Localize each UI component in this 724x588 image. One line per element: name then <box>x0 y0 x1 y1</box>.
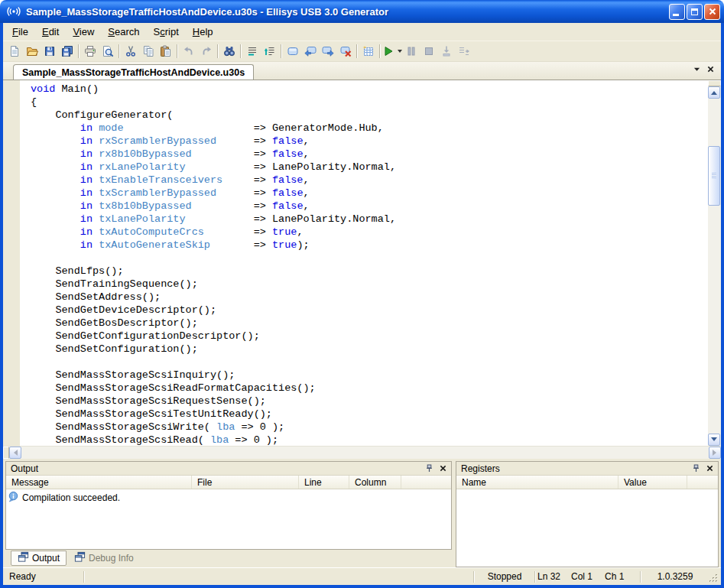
code-line: SendTrainingSequence(); <box>31 278 708 291</box>
column-header-filler <box>687 476 718 489</box>
window-stack-icon <box>18 551 29 565</box>
open-button[interactable] <box>23 43 41 60</box>
document-tab-label: Sample_MassStorageTrafficHostAndDevice.u… <box>22 67 245 78</box>
column-header-line[interactable]: Line <box>299 476 349 489</box>
output-pin-button[interactable] <box>423 463 435 474</box>
status-separator <box>83 571 85 583</box>
menu-edit[interactable]: Edit <box>35 24 66 40</box>
arrow-down-icon <box>711 437 717 444</box>
info-icon <box>8 491 19 505</box>
split-handle-horizontal[interactable] <box>3 447 9 459</box>
registers-panel-titlebar[interactable]: Registers <box>456 462 718 476</box>
toolbar-separator <box>240 44 241 58</box>
copy-button[interactable] <box>139 43 157 60</box>
print-preview-icon <box>102 45 114 57</box>
vertical-scroll-thumb[interactable] <box>708 146 720 206</box>
find-button[interactable] <box>220 43 238 60</box>
status-line: Ln 32 <box>537 571 571 582</box>
docked-panels: Output MessageFileLineColumn Compilation… <box>3 459 721 567</box>
new-icon <box>8 45 21 57</box>
column-header-name[interactable]: Name <box>456 476 618 489</box>
panel-tab-output[interactable]: Output <box>11 551 67 566</box>
window-stack-icon <box>74 551 86 565</box>
previous-bookmark-button[interactable] <box>301 43 319 60</box>
code-line: in txAutoComputeCrcs => true, <box>31 226 708 239</box>
status-char: Ch 1 <box>605 571 638 582</box>
registers-panel: Registers NameValue <box>456 461 719 567</box>
uncomment-button[interactable] <box>261 43 278 60</box>
column-header-file[interactable]: File <box>192 476 299 489</box>
registers-close-button[interactable] <box>703 463 716 474</box>
code-line: SendSetAddress(); <box>31 291 708 304</box>
titlebar[interactable]: Sample_MassStorageTrafficHostAndDevice.u… <box>0 0 724 23</box>
statusbar: Ready Stopped Ln 32 Col 1 Ch 1 1.0.3259 <box>3 567 721 585</box>
horizontal-scrollbar[interactable] <box>3 446 721 459</box>
column-header-value[interactable]: Value <box>618 476 687 489</box>
vertical-scrollbar[interactable] <box>708 80 721 446</box>
output-close-button[interactable] <box>437 463 449 474</box>
cut-icon <box>125 45 137 57</box>
scroll-down-button[interactable] <box>708 434 720 446</box>
column-header-message[interactable]: Message <box>6 476 192 489</box>
code-line: SendMassStorageScsiWrite( lba => 0 ); <box>31 421 708 434</box>
menu-help[interactable]: Help <box>186 24 220 40</box>
toolbar-separator <box>119 44 119 58</box>
document-tab[interactable]: Sample_MassStorageTrafficHostAndDevice.u… <box>13 64 254 80</box>
new-button[interactable] <box>5 43 23 60</box>
stop-icon <box>423 45 435 57</box>
tab-list-dropdown-button[interactable] <box>693 62 700 76</box>
toolbar <box>3 41 721 62</box>
menu-script[interactable]: Script <box>147 24 186 40</box>
registers-pin-button[interactable] <box>690 463 702 474</box>
pause-button <box>402 43 420 60</box>
code-line: SendMassStorageScsiTestUnitReady(); <box>31 408 708 421</box>
run-button[interactable] <box>382 43 402 60</box>
close-document-button[interactable] <box>707 62 714 76</box>
window-frame: FileEditViewSearchScriptHelp Sample_Mass… <box>0 23 724 588</box>
menu-file[interactable]: File <box>5 24 35 40</box>
menu-search[interactable]: Search <box>101 24 146 40</box>
code-line: SendGetDeviceDescriptor(); <box>31 304 708 317</box>
save-button[interactable] <box>41 43 58 60</box>
code-area[interactable]: void Main(){ ConfigureGenerator( in mode… <box>21 80 708 446</box>
code-line: in rxScramblerBypassed => false, <box>31 135 708 148</box>
split-handle[interactable] <box>708 80 721 86</box>
maximize-button[interactable] <box>687 4 703 20</box>
window-controls <box>669 4 720 20</box>
toolbar-separator <box>177 44 177 58</box>
arrow-left-icon <box>11 450 18 456</box>
print-preview-button[interactable] <box>99 43 116 60</box>
code-line: SendSetConfiguration(); <box>31 343 708 356</box>
vertical-scroll-track[interactable] <box>708 99 721 434</box>
menu-view[interactable]: View <box>66 24 101 40</box>
scroll-left-button[interactable] <box>9 447 21 459</box>
save-all-button[interactable] <box>58 43 76 60</box>
toggle-bookmark-button[interactable] <box>284 43 301 60</box>
paste-button[interactable] <box>157 43 174 60</box>
close-icon <box>706 465 713 472</box>
toolbar-separator <box>379 44 380 58</box>
cut-button[interactable] <box>122 43 139 60</box>
code-line: in txLanePolarity => LanePolarity.Normal… <box>31 213 708 226</box>
column-header-column[interactable]: Column <box>349 476 401 489</box>
panel-tab-debug-info[interactable]: Debug Info <box>68 551 140 566</box>
status-separator <box>640 571 641 583</box>
arrow-up-icon <box>711 88 717 95</box>
packet-grid-button[interactable] <box>359 43 377 60</box>
next-bookmark-button[interactable] <box>319 43 336 60</box>
output-panel-titlebar[interactable]: Output <box>6 462 451 476</box>
scroll-up-button[interactable] <box>708 86 720 99</box>
code-line: in txEnableTransceivers => false, <box>31 174 708 187</box>
code-editor[interactable]: void Main(){ ConfigureGenerator( in mode… <box>3 80 721 459</box>
close-button[interactable] <box>704 4 720 20</box>
window-title: Sample_MassStorageTrafficHostAndDevice.u… <box>26 6 664 18</box>
print-button[interactable] <box>81 43 99 60</box>
minimize-button[interactable] <box>669 4 685 20</box>
status-version: 1.0.3259 <box>643 571 707 582</box>
output-row[interactable]: Compilation succeeded. <box>6 489 451 506</box>
scroll-right-button[interactable] <box>709 447 721 459</box>
clear-bookmarks-button[interactable] <box>336 43 354 60</box>
comment-button[interactable] <box>243 43 261 60</box>
status-ready: Ready <box>9 571 82 582</box>
resize-grip[interactable] <box>709 573 719 583</box>
